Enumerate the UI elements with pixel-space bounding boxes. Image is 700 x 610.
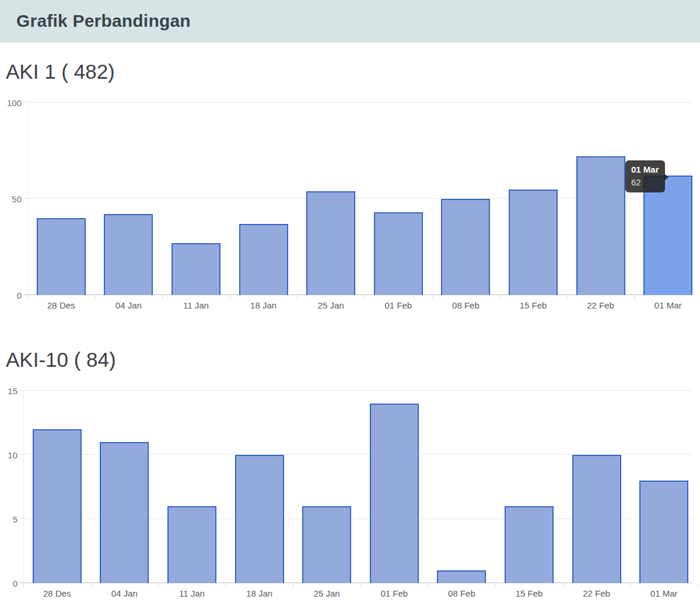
bar-22-feb[interactable] — [572, 455, 621, 583]
x-axis-tick — [360, 583, 361, 587]
bar-11-jan[interactable] — [172, 243, 220, 295]
gridline-100 — [23, 102, 692, 103]
page-header: Grafik Perbandingan — [0, 0, 700, 43]
bar-18-jan[interactable] — [239, 224, 288, 295]
x-tick-label-04-jan: 04 Jan — [116, 300, 142, 310]
bar-01-mar[interactable] — [643, 176, 692, 295]
bar-01-mar[interactable] — [639, 481, 688, 583]
x-tick-label-22-feb: 22 Feb — [583, 588, 610, 598]
tooltip-title: 01 Mar — [631, 164, 659, 175]
bar-08-feb[interactable] — [437, 570, 486, 583]
x-axis-tick — [23, 583, 24, 587]
bar-15-feb[interactable] — [505, 506, 554, 583]
bar-08-feb[interactable] — [441, 199, 490, 295]
x-axis-tick — [365, 295, 365, 299]
x-tick-label-11-jan: 11 Jan — [183, 300, 209, 310]
y-axis-line — [27, 103, 28, 299]
y-axis-line — [23, 391, 24, 587]
bar-15-feb[interactable] — [509, 190, 558, 296]
x-axis-tick — [95, 295, 96, 299]
x-tick-label-11-jan: 11 Jan — [179, 588, 205, 598]
page-title: Grafik Perbandingan — [16, 11, 191, 31]
bar-11-jan[interactable] — [167, 506, 216, 583]
y-tick-label-5: 5 — [13, 515, 18, 524]
y-tick-label-100: 100 — [7, 99, 22, 107]
x-axis-tick — [563, 583, 564, 587]
chart1-title: AKI 1 ( 482) — [6, 60, 115, 83]
x-tick-label-25-jan: 25 Jan — [314, 588, 340, 598]
x-axis-tick — [630, 583, 631, 587]
tooltip-caret-icon — [664, 174, 668, 181]
bar-04-jan[interactable] — [104, 214, 153, 295]
chart1-plot-area: 05010028 Des04 Jan11 Jan18 Jan25 Jan01 F… — [27, 103, 692, 295]
x-tick-label-01-feb: 01 Feb — [384, 300, 412, 310]
x-axis-tick — [226, 583, 226, 587]
x-tick-label-15-feb: 15 Feb — [516, 588, 543, 598]
bar-04-jan[interactable] — [100, 442, 149, 583]
tooltip-value: 62 — [631, 177, 659, 188]
x-tick-label-01-mar: 01 Mar — [654, 300, 682, 310]
x-tick-label-04-jan: 04 Jan — [111, 588, 138, 598]
y-tick-label-10: 10 — [8, 451, 18, 460]
y-tick-label-0: 0 — [17, 291, 22, 300]
bar-01-feb[interactable] — [374, 212, 423, 295]
x-axis-tick — [499, 295, 500, 299]
x-axis-tick — [567, 295, 568, 299]
x-axis-tick — [297, 295, 298, 299]
bar-01-feb[interactable] — [370, 404, 419, 583]
x-axis-tick — [698, 583, 698, 587]
x-axis-tick — [27, 295, 28, 299]
bar-18-jan[interactable] — [235, 455, 284, 583]
x-axis-tick — [293, 583, 293, 587]
bar-28-des[interactable] — [37, 218, 86, 295]
x-tick-label-15-feb: 15 Feb — [520, 300, 547, 310]
x-tick-label-18-jan: 18 Jan — [250, 300, 276, 310]
x-axis-tick — [91, 583, 92, 587]
x-tick-label-28-des: 28 Des — [43, 588, 71, 598]
x-axis-tick — [634, 295, 635, 299]
x-tick-label-08-feb: 08 Feb — [448, 588, 475, 598]
x-axis-tick — [428, 583, 429, 587]
bar-25-jan[interactable] — [306, 191, 355, 295]
chart2-plot-area: 05101528 Des04 Jan11 Jan18 Jan25 Jan01 F… — [23, 391, 692, 583]
tooltip: 01 Mar 62 — [625, 160, 665, 192]
bar-22-feb[interactable] — [576, 156, 625, 295]
bar-25-jan[interactable] — [302, 506, 351, 583]
bar-28-des[interactable] — [33, 429, 82, 583]
chart2-title: AKI-10 ( 84) — [6, 348, 116, 371]
x-axis-tick — [432, 295, 433, 299]
x-tick-label-22-feb: 22 Feb — [587, 300, 614, 310]
y-tick-label-50: 50 — [12, 195, 22, 204]
y-tick-label-15: 15 — [8, 387, 18, 395]
y-tick-label-0: 0 — [13, 579, 18, 588]
x-axis-tick — [495, 583, 496, 587]
x-tick-label-01-mar: 01 Mar — [650, 588, 678, 598]
x-tick-label-28-des: 28 Des — [47, 300, 75, 310]
x-tick-label-01-feb: 01 Feb — [380, 588, 408, 598]
x-tick-label-18-jan: 18 Jan — [246, 588, 272, 598]
x-axis-tick — [230, 295, 230, 299]
page: Grafik Perbandingan AKI 1 ( 482) 0501002… — [0, 0, 700, 610]
x-tick-label-25-jan: 25 Jan — [318, 300, 344, 310]
x-tick-label-08-feb: 08 Feb — [452, 300, 480, 310]
gridline-15 — [19, 390, 692, 391]
x-axis-tick — [162, 295, 163, 299]
x-axis-tick — [158, 583, 159, 587]
